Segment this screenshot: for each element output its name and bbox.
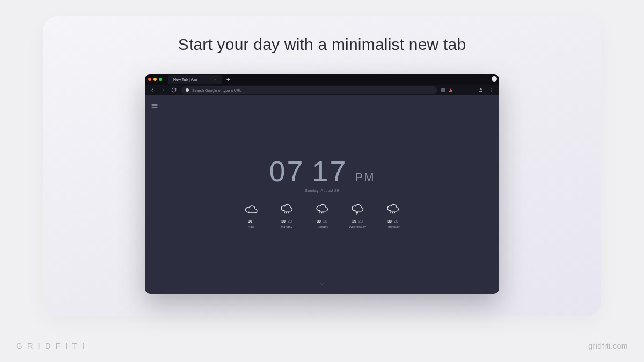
back-button[interactable] — [149, 87, 156, 93]
extension-triangle-icon[interactable] — [449, 88, 453, 92]
new-tab-button[interactable]: + — [224, 77, 232, 83]
forecast-day[interactable]: 3028 Monday — [274, 204, 299, 228]
profile-button[interactable] — [478, 87, 484, 93]
sidebar-toggle[interactable] — [151, 101, 158, 110]
cloud-icon — [245, 204, 258, 217]
svg-point-0 — [480, 88, 481, 90]
clock-hours: 07 — [269, 154, 304, 188]
clock-minutes: 17 — [312, 154, 348, 188]
svg-line-12 — [324, 212, 324, 213]
close-tab-icon[interactable]: × — [214, 77, 216, 82]
address-bar: Search Google or type a URL — [145, 85, 499, 95]
rain-icon — [386, 204, 399, 217]
svg-point-2 — [491, 90, 492, 90]
rain-icon — [316, 204, 328, 217]
svg-line-7 — [284, 212, 285, 213]
svg-line-10 — [320, 212, 320, 213]
forward-button[interactable] — [160, 87, 166, 93]
site-info-icon[interactable] — [186, 88, 189, 92]
svg-line-9 — [288, 212, 289, 213]
headline: Start your day with a minimalist new tab — [43, 16, 601, 54]
tab-bar: New Tab | Axo × + — [145, 74, 499, 85]
window-corner-icon — [492, 76, 497, 82]
new-tab-content: 07 17 PM Sunday, August 29 30 Now — [145, 154, 499, 228]
forecast-day[interactable]: 3028 Thursday — [380, 204, 405, 228]
svg-point-1 — [491, 88, 492, 88]
svg-point-3 — [491, 91, 492, 92]
url-input[interactable]: Search Google or type a URL — [181, 86, 437, 94]
maximize-icon[interactable] — [159, 78, 162, 81]
toolbar-right — [441, 88, 453, 92]
browser-window: New Tab | Axo × + Search Google or type … — [145, 74, 499, 294]
site-watermark: gridfiti.com — [588, 342, 628, 350]
storm-icon — [351, 204, 364, 217]
rain-icon — [280, 204, 293, 217]
browser-tab[interactable]: New Tab | Axo × — [168, 75, 222, 84]
svg-line-11 — [321, 212, 322, 213]
url-placeholder: Search Google or type a URL — [192, 88, 241, 92]
clock-date: Sunday, August 29 — [305, 189, 339, 193]
forecast-day[interactable]: 2928 Wednesday — [345, 204, 370, 228]
expand-down-button[interactable] — [318, 279, 326, 289]
close-icon[interactable] — [148, 78, 151, 81]
svg-line-13 — [391, 212, 391, 213]
clock: 07 17 PM — [269, 154, 375, 188]
svg-line-15 — [394, 212, 395, 213]
weather-forecast: 30 Now 3028 Monday 3028 Tu — [239, 204, 405, 228]
window-controls[interactable] — [148, 78, 162, 81]
menu-button[interactable] — [488, 87, 495, 93]
forecast-day[interactable]: 30 Now — [239, 204, 264, 228]
brand-watermark: GRIDFITI — [16, 341, 89, 350]
svg-line-14 — [392, 212, 393, 213]
reload-button[interactable] — [171, 87, 177, 93]
clock-ampm: PM — [355, 171, 375, 184]
minimize-icon[interactable] — [153, 78, 157, 81]
forecast-day[interactable]: 3028 Tuesday — [310, 204, 334, 228]
tab-title: New Tab | Axo — [173, 78, 197, 82]
promo-card: Start your day with a minimalist new tab… — [43, 16, 601, 316]
svg-line-8 — [286, 212, 287, 213]
extension-icon[interactable] — [441, 88, 445, 92]
